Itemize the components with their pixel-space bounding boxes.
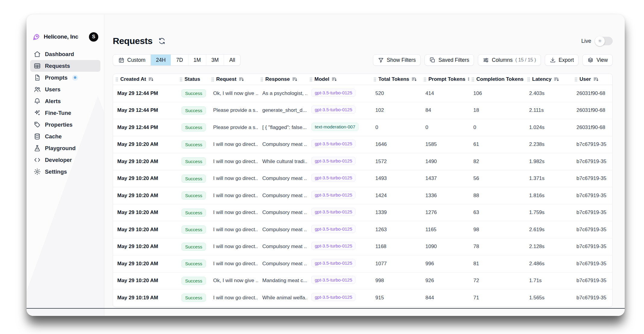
drag-handle-icon[interactable] [527, 77, 530, 82]
org-switcher[interactable]: Helicone, Inc S [30, 31, 100, 42]
column-header-model[interactable]: Model [307, 76, 371, 82]
sidebar-item-fine-tune[interactable]: Fine-Tune [30, 107, 100, 119]
table-row[interactable]: May 29 12:44 PMSuccessPlease provide a s… [113, 102, 612, 119]
drag-handle-icon[interactable] [575, 77, 577, 82]
column-header-completion-tokens[interactable]: Completion Tokens [469, 76, 525, 82]
rocket-icon [32, 33, 40, 41]
show-filters-button[interactable]: Show Filters [373, 54, 421, 66]
column-header-user[interactable]: User [572, 76, 607, 82]
drag-handle-icon[interactable] [180, 77, 182, 82]
tag-icon [33, 121, 41, 128]
cell-request: I will now go direct... [209, 159, 258, 165]
cell-response: Mandating meat c... [258, 278, 307, 284]
sidebar-item-label: Fine-Tune [45, 110, 71, 116]
table-row[interactable]: May 29 10:20 AMSuccessI will now go dire… [113, 170, 612, 187]
time-range-3m[interactable]: 3M [206, 55, 224, 65]
sidebar-item-properties[interactable]: Properties [30, 119, 100, 131]
sidebar-item-users[interactable]: Users [30, 84, 100, 95]
org-name: Helicone, Inc [44, 33, 86, 40]
table-row[interactable]: May 29 12:44 PMSuccessOk, I will now giv… [113, 85, 612, 102]
sidebar-item-settings[interactable]: Settings [30, 166, 100, 178]
cell-completion-tokens: 0 [469, 124, 525, 131]
sort-icon[interactable] [292, 76, 298, 82]
column-header-response[interactable]: Response [258, 76, 307, 82]
sort-icon[interactable] [331, 76, 337, 82]
column-header-created-at[interactable]: Created At [113, 76, 177, 82]
cell-user: b7c67919-35 [572, 227, 607, 233]
table-row[interactable]: May 29 10:20 AMSuccessI will now go dire… [113, 136, 612, 153]
time-range-all[interactable]: All [224, 55, 240, 65]
time-range-24h[interactable]: 24H [150, 55, 171, 65]
cell-total-tokens: 915 [371, 295, 421, 301]
table-row[interactable]: May 29 12:44 PMSuccessPlease provide a s… [113, 119, 612, 136]
drag-handle-icon[interactable] [424, 77, 426, 82]
show-filters-button-label: Show Filters [387, 57, 416, 63]
cell-created-at: May 29 10:20 AM [113, 141, 177, 147]
view-button[interactable]: View [582, 54, 613, 66]
time-range-1m[interactable]: 1M [188, 55, 206, 65]
table-row[interactable]: May 29 10:20 AMSuccessI will now go dire… [113, 238, 612, 256]
cell-user: 26031f90-68 [572, 107, 607, 113]
main-content: Requests Live ✳ Custom24H7D1M3MAll Show … [104, 14, 625, 316]
sort-icon[interactable] [148, 76, 154, 82]
column-header-total-tokens[interactable]: Total Tokens [371, 76, 421, 82]
drag-handle-icon[interactable] [472, 77, 474, 82]
cell-prompt-tokens: 84 [421, 107, 469, 113]
table-row[interactable]: May 29 10:20 AMSuccessI will now go dire… [113, 204, 612, 222]
column-header-latency[interactable]: Latency [525, 76, 572, 82]
filter-row: Custom24H7D1M3MAll Show FiltersSaved Fil… [113, 54, 613, 66]
cell-total-tokens: 1424 [371, 193, 421, 199]
column-header-request[interactable]: Request [209, 76, 258, 82]
table-row[interactable]: May 29 10:20 AMSuccessI will now go dire… [113, 221, 612, 238]
sidebar-item-prompts[interactable]: Prompts✸ [30, 72, 100, 84]
saved-filters-button[interactable]: Saved Filters [425, 54, 474, 66]
table-row[interactable]: May 29 10:20 AMSuccessI will now go dire… [113, 187, 612, 204]
sort-icon[interactable] [554, 76, 560, 82]
table-row[interactable]: May 29 10:20 AMSuccessOk, I will now giv… [113, 273, 612, 290]
column-header-prompt-tokens[interactable]: Prompt Tokens [421, 76, 469, 82]
table-row[interactable]: May 29 10:20 AMSuccessI will now go dire… [113, 255, 612, 273]
cell-total-tokens: 998 [371, 278, 421, 284]
table-row[interactable]: May 29 10:20 AMSuccessI will now go dire… [113, 153, 612, 170]
requests-table: Created AtStatusRequestResponseModelTota… [113, 74, 613, 307]
sort-icon[interactable] [238, 76, 245, 82]
refresh-icon[interactable] [158, 37, 166, 45]
drag-handle-icon[interactable] [115, 77, 118, 82]
time-range-custom[interactable]: Custom [113, 55, 150, 65]
cell-latency: 1.982s [525, 159, 572, 165]
sidebar-item-cache[interactable]: Cache [30, 131, 100, 142]
cell-prompt-tokens: 1165 [421, 227, 469, 233]
drag-handle-icon[interactable] [310, 77, 312, 82]
cell-completion-tokens: 88 [469, 193, 525, 199]
sidebar-item-playground[interactable]: Playground [30, 142, 100, 154]
table-toolbar: Show FiltersSaved FiltersColumns( 15 / 1… [373, 54, 613, 66]
column-label: Response [265, 76, 290, 82]
table-row[interactable]: May 29 10:19 AMSuccessI will now go dire… [113, 289, 612, 307]
sidebar-item-dashboard[interactable]: Dashboard [30, 48, 100, 60]
columns-button[interactable]: Columns( 15 / 15 ) [478, 54, 541, 66]
cell-created-at: May 29 10:20 AM [113, 278, 177, 284]
column-header-status[interactable]: Status [177, 76, 209, 82]
export-button-label: Export [559, 57, 574, 63]
cell-prompt-tokens: 1336 [421, 193, 469, 199]
sidebar-item-alerts[interactable]: Alerts [30, 95, 100, 107]
avatar[interactable]: S [89, 32, 98, 42]
cell-status: Success [177, 209, 209, 217]
sort-icon[interactable] [411, 76, 417, 82]
sort-icon[interactable] [593, 76, 599, 82]
cell-request: I will now go direct... [209, 141, 258, 147]
export-button[interactable]: Export [545, 54, 579, 66]
drag-handle-icon[interactable] [374, 77, 376, 82]
drag-handle-icon[interactable] [211, 77, 214, 82]
cell-status: Success [177, 175, 209, 183]
sliders-icon [483, 57, 489, 63]
sidebar-item-developer[interactable]: Developer [30, 154, 100, 166]
model-badge: gpt-3.5-turbo-0125 [311, 259, 355, 267]
column-label: Total Tokens [378, 76, 409, 82]
cell-latency: 1.371s [525, 175, 572, 181]
time-range-7d[interactable]: 7D [171, 55, 188, 65]
columns-count: ( 15 / 15 ) [515, 57, 536, 63]
drag-handle-icon[interactable] [260, 77, 263, 82]
sidebar-item-requests[interactable]: Requests [30, 60, 100, 72]
live-toggle[interactable]: ✳ [595, 37, 613, 45]
